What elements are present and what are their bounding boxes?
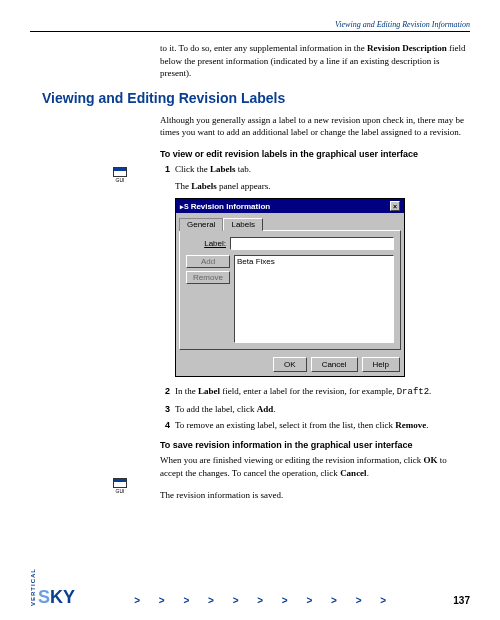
remove-button[interactable]: Remove: [186, 271, 230, 284]
step-1: 1 Click the Labels tab.: [160, 163, 470, 176]
step-1-result: The Labels panel appears.: [175, 180, 470, 193]
label-input[interactable]: [230, 237, 394, 250]
step-4: 4 To remove an existing label, select it…: [160, 419, 470, 432]
logo-vertical-text: VERTICAL: [30, 568, 36, 606]
logo: VERTICAL SKY: [30, 568, 75, 606]
gui-icon: GUI: [112, 478, 128, 494]
label-field-label: Label:: [186, 239, 226, 248]
footer-chevrons: > > > > > > > > > > >: [134, 595, 394, 606]
page-number: 137: [453, 595, 470, 606]
section-heading: Viewing and Editing Revision Labels: [42, 90, 470, 106]
close-icon[interactable]: ×: [390, 201, 400, 211]
gui-icon: GUI: [112, 167, 128, 183]
step-2: 2 In the Label field, enter a label for …: [160, 385, 470, 399]
help-button[interactable]: Help: [362, 357, 400, 372]
tab-labels[interactable]: Labels: [223, 218, 263, 231]
task2-result: The revision information is saved.: [160, 489, 470, 502]
section-intro: Although you generally assign a label to…: [160, 114, 470, 139]
task1-title: To view or edit revision labels in the g…: [160, 149, 470, 159]
list-item[interactable]: Beta Fixes: [237, 257, 391, 266]
labels-listbox[interactable]: Beta Fixes: [234, 255, 394, 343]
header-rule: [30, 31, 470, 32]
add-button[interactable]: Add: [186, 255, 230, 268]
tab-general[interactable]: General: [179, 218, 223, 231]
logo-sky: SKY: [38, 588, 75, 606]
task2-title: To save revision information in the grap…: [160, 440, 470, 450]
labels-panel: Label: Add Remove Beta Fixes: [179, 230, 401, 350]
dialog-titlebar: ▸S Revision Information ×: [176, 199, 404, 213]
cancel-button[interactable]: Cancel: [311, 357, 358, 372]
dialog-title: ▸S Revision Information: [180, 202, 270, 211]
ok-button[interactable]: OK: [273, 357, 307, 372]
step-3: 3 To add the label, click Add.: [160, 403, 470, 416]
tab-strip: General Labels: [176, 213, 404, 230]
running-header: Viewing and Editing Revision Information: [30, 20, 470, 29]
page-footer: VERTICAL SKY > > > > > > > > > > > 137: [30, 568, 470, 606]
intro-paragraph: to it. To do so, enter any supplemental …: [160, 42, 470, 80]
revision-info-dialog: ▸S Revision Information × General Labels…: [175, 198, 405, 377]
task2-para: When you are finished viewing or editing…: [160, 454, 470, 479]
